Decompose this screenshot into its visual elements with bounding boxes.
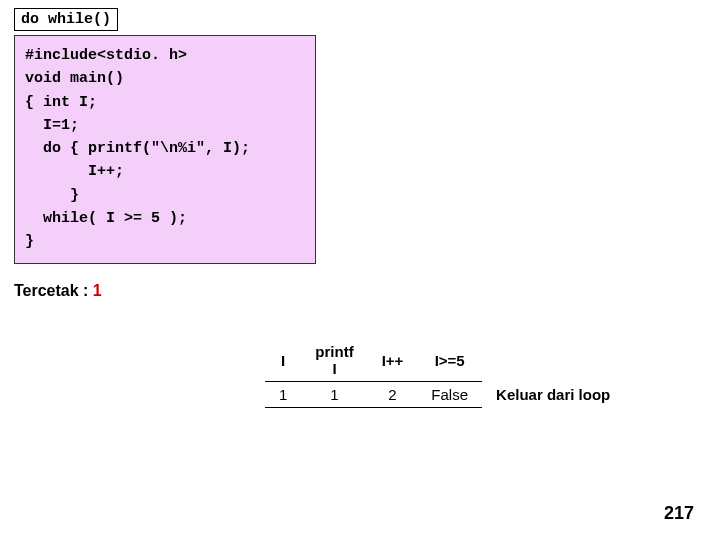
cell-ipp: 2 (368, 382, 418, 408)
cell-cond: False (417, 382, 482, 408)
col-cond: I>=5 (417, 340, 482, 382)
cell-printf: 1 (301, 382, 367, 408)
trace-table: I printf I I++ I>=5 1 1 2 False Keluar d… (265, 340, 624, 408)
col-i: I (265, 340, 301, 382)
cell-i: 1 (265, 382, 301, 408)
table-row: 1 1 2 False Keluar dari loop (265, 382, 624, 408)
slide-title: do while() (14, 8, 118, 31)
col-printf: printf I (301, 340, 367, 382)
col-ipp: I++ (368, 340, 418, 382)
cell-note: Keluar dari loop (482, 382, 624, 408)
output-label: Tercetak : 1 (14, 282, 720, 300)
tercetak-value: 1 (93, 282, 102, 299)
code-block: #include<stdio. h> void main() { int I; … (14, 35, 316, 264)
tercetak-text: Tercetak : (14, 282, 93, 299)
page-number: 217 (664, 503, 694, 524)
